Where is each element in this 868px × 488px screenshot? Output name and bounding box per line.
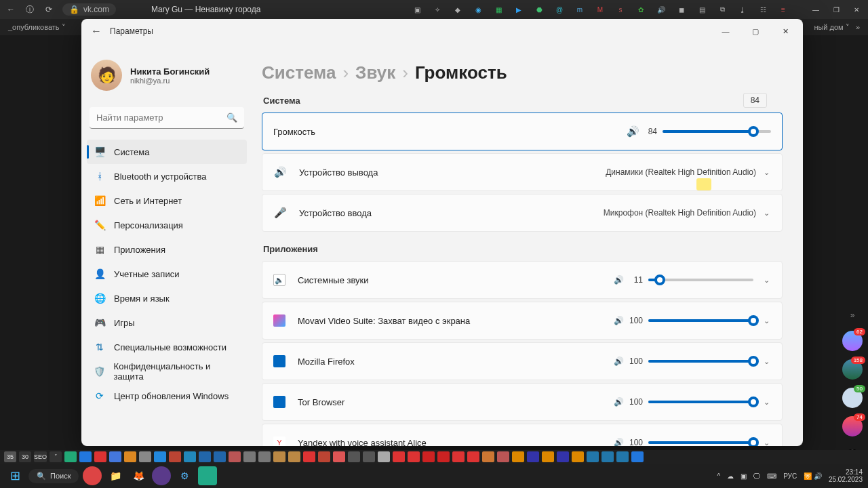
ext-icon[interactable]: m bbox=[574, 3, 586, 16]
tetab-icon[interactable] bbox=[437, 451, 450, 462]
sidebar-item[interactable]: 🛡️Конфиденциальность и защита bbox=[87, 359, 247, 384]
tetab-icon[interactable] bbox=[422, 451, 435, 462]
tetab-icon[interactable] bbox=[184, 451, 196, 462]
side-app-icon[interactable]: 50 bbox=[842, 388, 863, 408]
chevron-down-icon[interactable]: ˅ bbox=[50, 451, 62, 462]
tetab-icon[interactable] bbox=[154, 451, 166, 462]
ext-icon[interactable]: @ bbox=[553, 3, 566, 16]
nav-back-icon[interactable]: ← bbox=[5, 5, 16, 14]
tetab-icon[interactable] bbox=[303, 451, 315, 462]
speaker-icon[interactable]: 🔊 bbox=[612, 316, 625, 325]
ext-icon[interactable]: ◉ bbox=[472, 3, 484, 16]
app-volume-slider[interactable] bbox=[648, 279, 753, 281]
app-volume-slider[interactable] bbox=[648, 441, 753, 444]
master-volume-slider[interactable] bbox=[663, 130, 771, 133]
tetab-icon[interactable] bbox=[229, 451, 241, 462]
tetab-icon[interactable] bbox=[512, 451, 524, 462]
breadcrumb-system[interactable]: Система bbox=[262, 62, 336, 83]
tetab-icon[interactable] bbox=[348, 451, 360, 462]
tetab-icon[interactable] bbox=[169, 451, 181, 462]
ext-icon[interactable]: ▤ bbox=[696, 3, 708, 16]
taskbar-app-icon[interactable] bbox=[198, 466, 217, 485]
taskbar-app-icon[interactable]: 📁 bbox=[106, 466, 125, 485]
app-volume-slider[interactable] bbox=[648, 401, 753, 403]
taskbar-app-icon[interactable]: ⚙ bbox=[175, 466, 194, 485]
sidebar-item[interactable]: 🖥️Система bbox=[87, 140, 247, 164]
tetab-icon[interactable] bbox=[64, 451, 77, 462]
ext-icon[interactable]: ⬣ bbox=[533, 3, 545, 16]
app-volume-slider[interactable] bbox=[648, 360, 753, 363]
side-app-icon[interactable]: 62 bbox=[842, 331, 863, 351]
tray-clock[interactable]: 23:14 25.02.2023 bbox=[829, 468, 863, 483]
tab-counter[interactable]: 35 bbox=[4, 451, 16, 462]
tetab-icon[interactable] bbox=[527, 451, 539, 462]
tray-icon[interactable]: ☁ bbox=[727, 472, 734, 480]
speaker-icon[interactable]: 🔊 bbox=[612, 397, 625, 407]
ext-icon[interactable]: ▶ bbox=[513, 3, 525, 16]
tetab-icon[interactable] bbox=[79, 451, 92, 462]
volume-icon[interactable]: 🔊 bbox=[655, 3, 667, 16]
tetab-icon[interactable] bbox=[378, 451, 390, 462]
ext-icon[interactable]: s bbox=[614, 3, 627, 16]
taskbar-search[interactable]: 🔍 Поиск bbox=[28, 469, 79, 483]
collapse-icon[interactable]: » bbox=[842, 310, 863, 320]
address-bar[interactable]: 🔒 vk.com bbox=[62, 3, 116, 16]
tetab-icon[interactable] bbox=[243, 451, 256, 462]
tray-icon[interactable]: ^ bbox=[717, 472, 720, 480]
sidebar-item[interactable]: 🌐Время и язык bbox=[87, 286, 247, 310]
app-volume-slider[interactable] bbox=[648, 319, 753, 322]
tetab-icon[interactable] bbox=[393, 451, 405, 462]
ext-icon[interactable]: ⧉ bbox=[716, 3, 728, 16]
profile-block[interactable]: 🧑 Никита Богинский nikhi@ya.ru bbox=[87, 43, 247, 103]
sidebar-item[interactable]: 🎮Игры bbox=[87, 310, 247, 335]
window-restore-icon[interactable]: ❐ bbox=[830, 3, 842, 16]
tray-icon[interactable]: 🛜 🔊 bbox=[804, 472, 822, 480]
tetab-icon[interactable] bbox=[616, 451, 629, 462]
tetab-icon[interactable] bbox=[288, 451, 300, 462]
tetab-icon[interactable] bbox=[467, 451, 479, 462]
tetab-icon[interactable] bbox=[408, 451, 420, 462]
sidebar-item[interactable]: ⇅Специальные возможности bbox=[87, 335, 247, 359]
search-input[interactable] bbox=[90, 107, 244, 129]
tetab-icon[interactable] bbox=[497, 451, 509, 462]
input-device-row[interactable]: 🎤 Устройство ввода Микрофон (Realtek Hig… bbox=[262, 194, 783, 232]
menu-icon[interactable]: ≡ bbox=[777, 3, 789, 16]
sidebar-item[interactable]: ✏️Персонализация bbox=[87, 213, 247, 237]
tetab-icon[interactable] bbox=[542, 451, 554, 462]
tray-language[interactable]: РУС bbox=[783, 472, 797, 480]
speaker-icon[interactable]: 🔊 bbox=[612, 275, 625, 285]
tetab-icon[interactable] bbox=[139, 451, 151, 462]
taskbar-app-icon[interactable] bbox=[83, 466, 102, 485]
nav-info-icon[interactable]: ⓘ bbox=[24, 4, 35, 16]
ext-icon[interactable]: ◼ bbox=[675, 3, 688, 16]
speaker-icon[interactable]: 🔊 bbox=[612, 438, 625, 446]
speaker-icon[interactable]: 🔊 bbox=[612, 357, 625, 366]
tetab-icon[interactable] bbox=[482, 451, 494, 462]
back-button[interactable]: ← bbox=[91, 25, 104, 37]
download-icon[interactable]: ⭳ bbox=[736, 3, 749, 16]
tray-icon[interactable]: ▣ bbox=[741, 472, 747, 480]
tray-icon[interactable]: 🖵 bbox=[753, 472, 760, 480]
sidebar-item[interactable]: ▦Приложения bbox=[87, 237, 247, 262]
output-device-row[interactable]: 🔊 Устройство вывода Динамики (Realtek Hi… bbox=[262, 153, 783, 191]
tetab-icon[interactable] bbox=[94, 451, 106, 462]
ext-icon[interactable]: M bbox=[594, 3, 606, 16]
sidebar-item[interactable]: 📶Сеть и Интернет bbox=[87, 188, 247, 213]
tetab-icon[interactable] bbox=[199, 451, 211, 462]
maximize-button[interactable]: ▢ bbox=[741, 21, 770, 41]
breadcrumb-sound[interactable]: Звук bbox=[355, 62, 395, 83]
tetab-icon[interactable] bbox=[572, 451, 584, 462]
side-app-icon[interactable]: 158 bbox=[842, 359, 863, 380]
tray-icon[interactable]: ⌨ bbox=[767, 472, 776, 480]
sidebar-item[interactable]: ᚼBluetooth и устройства bbox=[87, 164, 247, 188]
ext-icon[interactable]: ▣ bbox=[411, 3, 423, 16]
window-close-icon[interactable]: ✕ bbox=[850, 3, 863, 16]
bookmark-item[interactable]: ный дом ˅ » bbox=[814, 23, 860, 32]
tetab-icon[interactable] bbox=[333, 451, 345, 462]
window-minimize-icon[interactable]: — bbox=[810, 3, 822, 16]
ext-icon[interactable]: ✿ bbox=[635, 3, 647, 16]
tetab-icon[interactable] bbox=[557, 451, 569, 462]
bookmark-item[interactable]: _опубликовать ˅ bbox=[8, 23, 66, 32]
nav-reload-icon[interactable]: ⟳ bbox=[43, 5, 54, 14]
tetab-icon[interactable] bbox=[601, 451, 614, 462]
